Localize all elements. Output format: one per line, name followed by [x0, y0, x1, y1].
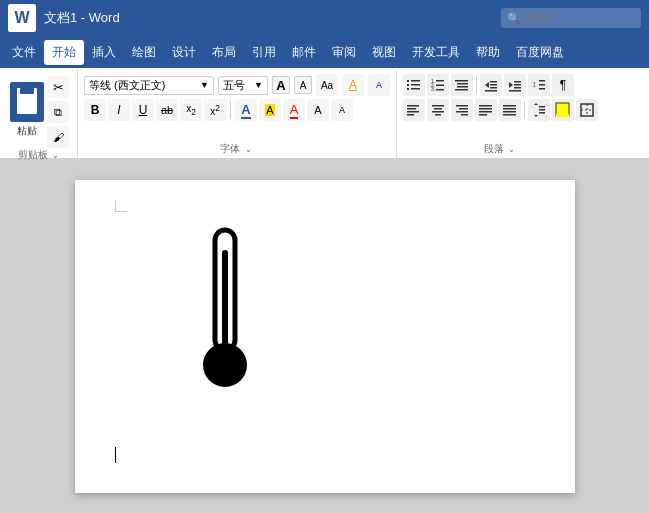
svg-marker-50 — [534, 103, 538, 105]
menu-home[interactable]: 开始 — [44, 40, 84, 65]
subscript-button[interactable]: x2 — [180, 99, 202, 121]
svg-rect-22 — [514, 81, 521, 83]
svg-rect-29 — [539, 88, 545, 90]
menu-baidu[interactable]: 百度网盘 — [508, 40, 572, 65]
decrease-indent-icon — [483, 77, 499, 93]
svg-rect-45 — [479, 114, 487, 116]
align-left-button[interactable] — [403, 99, 425, 121]
svg-rect-12 — [455, 80, 468, 82]
search-container: 🔍 — [501, 8, 641, 28]
change-case-button[interactable]: Aa — [316, 74, 338, 96]
font-divider — [230, 101, 231, 119]
italic-button[interactable]: I — [108, 99, 130, 121]
search-input[interactable] — [501, 8, 641, 28]
clear-format-button[interactable]: A — [342, 74, 364, 96]
svg-rect-52 — [539, 106, 545, 108]
svg-rect-32 — [407, 111, 419, 113]
numbered-list-button[interactable]: 1. 2. 3. — [427, 74, 449, 96]
strikethrough-button[interactable]: ab — [156, 99, 178, 121]
phonetic-button[interactable]: A — [331, 99, 353, 121]
font-size-dropdown[interactable]: 五号 ▼ — [218, 76, 268, 95]
svg-rect-41 — [461, 114, 468, 116]
clipboard-expand[interactable]: ⌄ — [50, 149, 62, 161]
distribute-button[interactable] — [499, 99, 521, 121]
paste-icon — [10, 82, 44, 122]
font-row1: 等线 (西文正文) ▼ 五号 ▼ A A Aa A — [84, 74, 390, 96]
font-section: 等线 (西文正文) ▼ 五号 ▼ A A Aa A — [78, 70, 397, 158]
bullet-list-button[interactable] — [403, 74, 425, 96]
font-controls: 等线 (西文正文) ▼ 五号 ▼ A A Aa A — [84, 72, 390, 142]
menu-view[interactable]: 视图 — [364, 40, 404, 65]
paragraph-label: 段落 ⌄ — [403, 142, 598, 158]
superscript-button[interactable]: x2 — [204, 99, 226, 121]
svg-rect-18 — [490, 84, 497, 86]
line-spacing-button[interactable] — [528, 99, 550, 121]
search-icon: 🔍 — [507, 12, 521, 25]
paste-button[interactable]: 粘贴 — [10, 82, 44, 138]
svg-rect-61 — [222, 250, 228, 350]
svg-rect-54 — [539, 112, 545, 114]
copy-button[interactable]: ⧉ — [47, 101, 69, 123]
align-center-button[interactable] — [427, 99, 449, 121]
menu-help[interactable]: 帮助 — [468, 40, 508, 65]
font-name-dropdown[interactable]: 等线 (西文正文) ▼ — [84, 76, 214, 95]
svg-rect-43 — [479, 108, 492, 110]
svg-rect-42 — [479, 105, 492, 107]
align-right-icon — [454, 102, 470, 118]
word-logo: W — [8, 4, 36, 32]
svg-text:3.: 3. — [431, 86, 435, 92]
menu-insert[interactable]: 插入 — [84, 40, 124, 65]
highlight-button[interactable]: A — [259, 99, 281, 121]
shading-button[interactable] — [552, 99, 574, 121]
bold-button[interactable]: B — [84, 99, 106, 121]
show-paragraph-button[interactable]: ¶ — [552, 74, 574, 96]
svg-rect-56 — [556, 114, 569, 117]
align-right-button[interactable] — [451, 99, 473, 121]
document-area — [0, 160, 649, 513]
font-color-button[interactable]: A — [235, 99, 257, 121]
svg-rect-13 — [457, 83, 468, 85]
multilevel-icon — [454, 77, 470, 93]
svg-rect-2 — [407, 84, 409, 86]
svg-rect-19 — [490, 87, 497, 89]
multilevel-list-button[interactable] — [451, 74, 473, 96]
underline-button[interactable]: U — [132, 99, 154, 121]
cut-button[interactable]: ✂ — [47, 76, 69, 98]
menu-mailings[interactable]: 邮件 — [284, 40, 324, 65]
text-cursor — [115, 447, 116, 463]
svg-rect-44 — [479, 111, 492, 113]
svg-rect-9 — [436, 85, 444, 87]
menu-file[interactable]: 文件 — [4, 40, 44, 65]
menu-layout[interactable]: 布局 — [204, 40, 244, 65]
font-grow-button[interactable]: A — [272, 76, 290, 94]
svg-rect-46 — [503, 105, 516, 107]
format-painter-button[interactable]: 🖌 — [47, 126, 69, 148]
svg-rect-7 — [436, 80, 444, 82]
svg-rect-30 — [407, 105, 419, 107]
sort-button[interactable]: ↕ — [528, 74, 550, 96]
menu-draw[interactable]: 绘图 — [124, 40, 164, 65]
increase-indent-button[interactable] — [504, 74, 526, 96]
svg-rect-53 — [539, 109, 545, 111]
menu-dev[interactable]: 开发工具 — [404, 40, 468, 65]
svg-rect-0 — [407, 80, 409, 82]
title-text: 文档1 - Word — [44, 9, 501, 27]
menu-design[interactable]: 设计 — [164, 40, 204, 65]
paragraph-expand[interactable]: ⌄ — [506, 143, 518, 155]
menu-review[interactable]: 审阅 — [324, 40, 364, 65]
font-shrink-button[interactable]: A — [294, 76, 312, 94]
document-page[interactable] — [75, 180, 575, 493]
numbered-list-icon: 1. 2. 3. — [430, 77, 446, 93]
web-font-button[interactable]: A — [368, 74, 390, 96]
font-color2-button[interactable]: A — [283, 99, 305, 121]
font-expand[interactable]: ⌄ — [242, 143, 254, 155]
svg-rect-47 — [503, 108, 516, 110]
justify-icon — [478, 102, 494, 118]
border-button[interactable] — [576, 99, 598, 121]
justify-button[interactable] — [475, 99, 497, 121]
distribute-icon — [502, 102, 518, 118]
erase-format-button[interactable]: A — [307, 99, 329, 121]
shading-icon — [555, 102, 571, 118]
decrease-indent-button[interactable] — [480, 74, 502, 96]
menu-references[interactable]: 引用 — [244, 40, 284, 65]
